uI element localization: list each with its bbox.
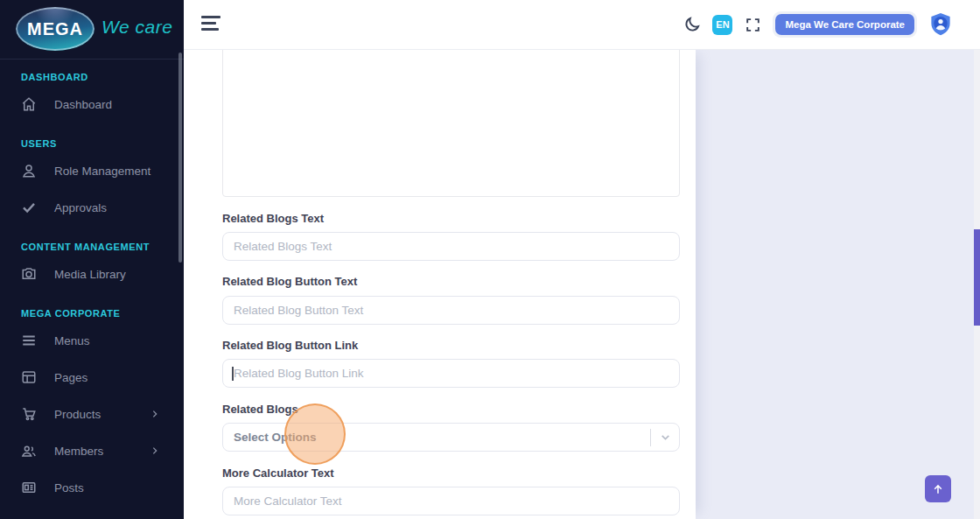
sidebar-item-label: Menus [54,334,90,347]
sidebar-item-label: Dashboard [54,98,112,111]
page-scrollbar-thumb[interactable] [974,229,980,326]
sidebar-item-label: Products [54,408,101,421]
sidebar-item-label: Posts [54,481,84,494]
sidebar-item-dashboard[interactable]: Dashboard [0,86,184,123]
field-label: Related Blog Button Link [222,339,358,352]
workspace-button[interactable]: Mega We Care Corporate [775,14,914,35]
scroll-to-top-button[interactable] [925,475,951,502]
sidebar: MEGA We care DASHBOARD Dashboard USERS R… [0,0,184,519]
content-editor-textarea[interactable] [222,49,680,197]
moon-icon [683,16,701,33]
field-label: Related Blog Button Text [222,275,357,288]
home-icon [21,96,37,112]
fullscreen-icon [745,17,761,33]
field-label: Related Blogs [222,403,298,416]
menu-toggle-icon[interactable] [201,16,222,33]
sidebar-item-media-library[interactable]: Media Library [0,256,184,292]
related-blogs-text-input[interactable] [222,232,680,261]
section-header-dashboard: DASHBOARD [0,68,184,86]
language-badge[interactable]: EN [712,15,732,35]
newspaper-icon [21,480,37,495]
related-blog-button-link-input[interactable] [222,359,680,388]
user-avatar-icon [928,11,954,38]
fullscreen-button[interactable] [743,15,762,34]
sidebar-item-label: Media Library [54,268,126,281]
sidebar-item-pages[interactable]: Pages [0,359,184,396]
related-blog-button-text-input[interactable] [222,296,680,325]
field-label: Related Blogs Text [222,212,324,225]
select-value: Select Options [234,431,317,444]
sidebar-item-label: Pages [54,371,88,384]
text-cursor [232,367,234,381]
cart-icon [21,406,37,422]
sidebar-item-label: Members [54,445,103,458]
dark-mode-toggle[interactable] [682,15,702,34]
chevron-right-icon [147,410,163,418]
user-icon [21,163,37,179]
sidebar-item-label: Role Management [54,165,150,178]
sidebar-item-label: Approvals [54,201,107,214]
layout-icon [21,369,37,385]
chevron-right-icon [147,446,163,455]
sidebar-scrollbar[interactable] [178,53,182,263]
section-header-content-management: CONTENT MANAGEMENT [0,238,184,256]
sidebar-item-menus[interactable]: Menus [0,322,184,359]
sidebar-item-role-management[interactable]: Role Management [0,152,184,189]
camera-icon [21,266,37,282]
main-content: Related Blogs Text Related Blog Button T… [184,49,980,519]
more-calculator-text-input[interactable] [222,487,680,515]
related-blogs-select[interactable]: Select Options [222,423,680,452]
arrow-up-icon [932,483,944,495]
field-label: More Calculator Text [222,466,334,480]
topbar: EN Mega We Care Corporate [184,0,980,49]
sidebar-nav: DASHBOARD Dashboard USERS Role Managemen… [0,60,184,506]
sidebar-item-approvals[interactable]: Approvals [0,189,184,226]
menu-lines-icon [21,333,37,348]
section-header-users: USERS [0,135,184,152]
check-icon [21,200,37,215]
sidebar-item-posts[interactable]: Posts [0,469,184,506]
brand-logo[interactable]: MEGA We care [0,0,184,60]
workspace-switcher: Mega We Care Corporate [773,11,917,38]
section-header-mega-corporate: MEGA CORPORATE [0,305,184,322]
sidebar-item-members[interactable]: Members [0,432,184,469]
user-menu[interactable] [928,11,954,38]
brand-tagline: We care [102,17,172,38]
logo-text: MEGA [27,19,83,39]
form-card: Related Blogs Text Related Blog Button T… [184,49,696,519]
mega-logo-icon: MEGA [16,7,94,51]
sidebar-item-products[interactable]: Products [0,396,184,432]
chevron-down-icon [660,431,671,443]
members-icon [21,443,37,459]
